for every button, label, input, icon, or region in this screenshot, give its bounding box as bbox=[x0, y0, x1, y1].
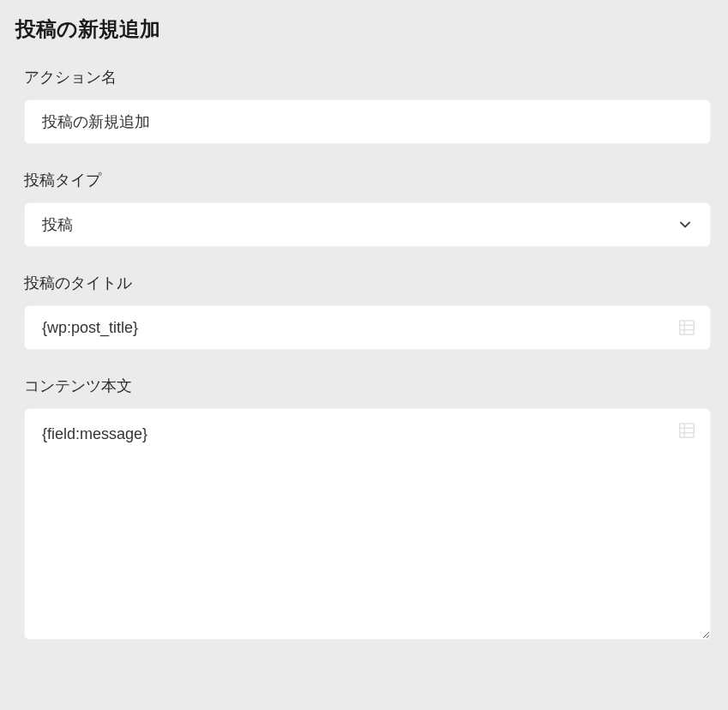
svg-rect-4 bbox=[680, 424, 695, 438]
post-type-select[interactable]: 投稿 bbox=[24, 202, 711, 247]
content-body-textarea[interactable] bbox=[24, 408, 711, 640]
content-body-label: コンテンツ本文 bbox=[24, 376, 711, 396]
post-title-input[interactable] bbox=[24, 305, 711, 350]
post-title-label: 投稿のタイトル bbox=[24, 273, 711, 293]
svg-rect-0 bbox=[680, 321, 695, 335]
action-name-input[interactable] bbox=[24, 99, 711, 144]
field-action-name: アクション名 bbox=[15, 67, 711, 144]
merge-tag-icon[interactable] bbox=[677, 420, 697, 441]
field-content-body: コンテンツ本文 bbox=[15, 376, 711, 643]
merge-tag-icon[interactable] bbox=[677, 317, 697, 338]
page-title: 投稿の新規追加 bbox=[15, 15, 711, 43]
action-name-label: アクション名 bbox=[24, 67, 711, 87]
post-type-label: 投稿タイプ bbox=[24, 170, 711, 190]
field-post-type: 投稿タイプ 投稿 bbox=[15, 170, 711, 247]
field-post-title: 投稿のタイトル bbox=[15, 273, 711, 350]
